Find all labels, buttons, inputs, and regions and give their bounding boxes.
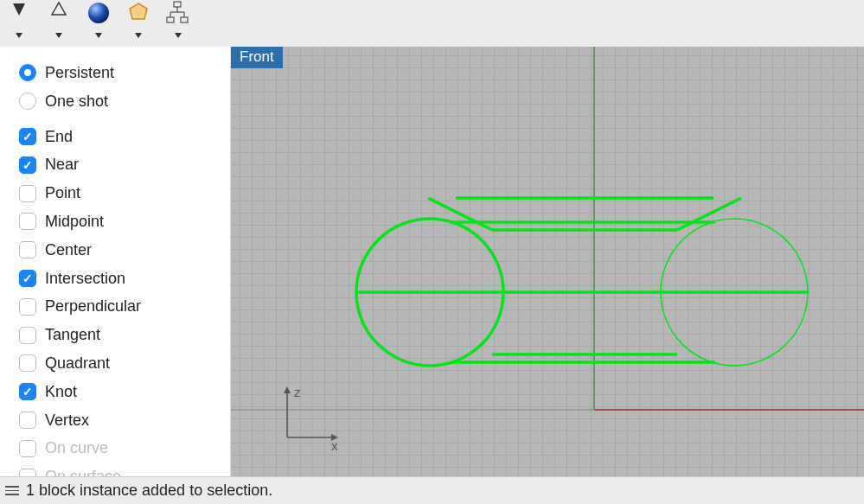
checkbox-icon: [19, 469, 36, 476]
checkbox-icon: [19, 156, 36, 174]
osnap-point[interactable]: Point: [19, 179, 230, 207]
osnap-panel: PersistentOne shot EndNearPointMidpointC…: [0, 47, 231, 476]
radio-icon: [19, 64, 36, 81]
tool-unknown-2[interactable]: [42, 0, 76, 35]
osnap-center[interactable]: Center: [19, 236, 230, 265]
svg-point-0: [88, 3, 109, 23]
axis-indicator: z x: [266, 381, 343, 459]
polygon-icon: [126, 0, 150, 24]
mode-item-label: One shot: [45, 89, 108, 114]
tool-unknown-1[interactable]: [2, 0, 36, 35]
osnap-on-surface: On surface: [19, 463, 230, 476]
viewport-label[interactable]: Front: [231, 47, 283, 68]
osnap-on-curve: On curve: [19, 434, 230, 463]
dropdown-arrow-icon: [135, 33, 142, 38]
osnap-vertex[interactable]: Vertex: [19, 406, 230, 435]
dropdown-arrow-icon: [95, 33, 102, 38]
hierarchy-icon: [165, 0, 191, 26]
svg-marker-1: [130, 3, 147, 19]
osnap-item-label: Center: [45, 238, 92, 263]
snap-mode-one-shot[interactable]: One shot: [19, 87, 230, 116]
osnap-item-label: Perpendicular: [45, 294, 141, 319]
osnap-midpoint[interactable]: Midpoint: [19, 207, 230, 236]
main-area: PersistentOne shot EndNearPointMidpointC…: [0, 47, 864, 476]
osnap-end[interactable]: End: [19, 123, 230, 151]
geometry-line[interactable]: [428, 198, 492, 230]
radio-icon: [19, 93, 36, 110]
checkbox-icon: [19, 411, 36, 429]
osnap-tangent[interactable]: Tangent: [19, 321, 230, 349]
osnap-list: EndNearPointMidpointCenterIntersectionPe…: [0, 123, 230, 476]
tool-shade[interactable]: [81, 0, 116, 35]
checkbox-icon: [19, 298, 36, 316]
checkbox-icon: [19, 185, 36, 202]
checkbox-icon: [19, 213, 36, 230]
sphere-icon: [86, 0, 112, 26]
checkbox-icon: [19, 354, 36, 372]
osnap-item-label: Knot: [45, 380, 77, 405]
checkbox-icon: [19, 241, 36, 258]
osnap-item-label: Near: [45, 152, 79, 177]
viewport-front[interactable]: Front z x: [231, 47, 864, 476]
osnap-item-label: Tangent: [45, 322, 100, 348]
tool-icon: [10, 0, 29, 19]
osnap-item-label: Quadrant: [45, 351, 110, 376]
snap-mode-group: PersistentOne shot: [0, 59, 230, 123]
svg-rect-2: [174, 2, 181, 7]
status-message: 1 block instance added to selection.: [26, 482, 272, 500]
tool-hierarchy[interactable]: [161, 0, 195, 35]
geometry: [356, 198, 809, 366]
svg-rect-3: [167, 17, 174, 22]
dropdown-arrow-icon: [175, 33, 182, 38]
status-bar: 1 block instance added to selection.: [0, 476, 864, 504]
osnap-item-label: Midpoint: [45, 209, 104, 234]
osnap-quadrant[interactable]: Quadrant: [19, 349, 230, 378]
geometry-circle[interactable]: [356, 219, 503, 366]
osnap-item-label: On curve: [45, 436, 108, 461]
osnap-knot[interactable]: Knot: [19, 378, 230, 406]
menu-icon[interactable]: [3, 484, 21, 497]
osnap-perpendicular[interactable]: Perpendicular: [19, 292, 230, 321]
dropdown-arrow-icon: [16, 33, 22, 38]
snap-mode-persistent[interactable]: Persistent: [19, 59, 230, 87]
mode-item-label: Persistent: [45, 61, 114, 86]
svg-rect-4: [181, 17, 188, 22]
dropdown-arrow-icon: [55, 33, 62, 38]
checkbox-icon: [19, 128, 36, 145]
tool-icon: [49, 0, 68, 19]
svg-marker-7: [284, 386, 291, 393]
top-toolbar: [0, 0, 864, 47]
checkbox-icon: [19, 270, 36, 287]
geometry-circle[interactable]: [661, 219, 808, 366]
osnap-item-label: Vertex: [45, 408, 89, 433]
osnap-near[interactable]: Near: [19, 150, 230, 179]
osnap-item-label: Intersection: [45, 266, 125, 291]
osnap-item-label: On surface: [45, 464, 121, 476]
checkbox-icon: [19, 327, 36, 344]
osnap-item-label: End: [45, 124, 73, 150]
axis-label-v: z: [294, 385, 301, 399]
checkbox-icon: [19, 383, 36, 400]
checkbox-icon: [19, 440, 36, 457]
tool-polygon[interactable]: [121, 0, 156, 35]
osnap-item-label: Point: [45, 181, 80, 206]
geometry-line[interactable]: [677, 198, 741, 230]
axis-label-h: x: [331, 438, 338, 453]
osnap-intersection[interactable]: Intersection: [19, 265, 230, 293]
